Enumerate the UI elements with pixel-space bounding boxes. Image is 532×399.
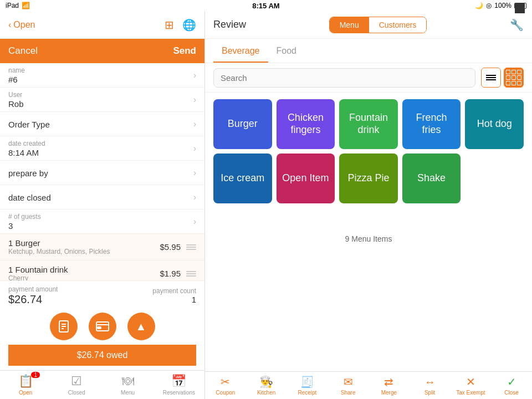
open-tab-badge: 1 [31,372,40,378]
coupon-icon: ✂ [221,375,230,388]
tab-open[interactable]: 📋 Open 1 [0,371,51,399]
closed-tab-icon: ☑ [71,374,82,388]
date-created-field: date created 8:14 AM [8,140,45,157]
user-label: User [8,91,24,99]
tab-food[interactable]: Food [268,40,305,63]
name-chevron-icon: › [193,70,196,80]
guests-value: 3 [8,221,41,231]
order-item[interactable]: 1 Burger Ketchup, Mustard, Onions, Pickl… [0,234,204,260]
tab-reservations[interactable]: 📅 Reservations [154,371,204,399]
action-bar: Cancel Send [0,39,204,63]
status-bar: iPad 📶 8:15 AM 🌙 ◎ 100% [0,0,532,11]
guests-label: # of guests [8,213,41,221]
guests-chevron-icon: › [193,217,196,227]
order-type-label: Order Type [8,120,50,129]
payment-count-value: 1 [152,295,196,304]
search-input[interactable] [213,68,475,88]
menu-item-shake[interactable]: Shake [402,154,461,203]
search-bar [205,63,532,93]
menu-grid: Burger Chicken fingers Fountain drink Fr… [205,93,532,232]
rtab-receipt[interactable]: 🧾 Receipt [287,372,328,399]
date-closed-chevron-icon: › [193,192,196,202]
tab-closed[interactable]: ☑ Closed [51,371,102,399]
rtab-coupon[interactable]: ✂ Coupon [205,372,246,399]
name-row[interactable]: name #6 › [0,63,204,88]
order-item-1[interactable]: 1 Fountain drink Cherry $1.95 [0,260,204,280]
receipt-button[interactable] [50,313,78,340]
menu-toggle-button[interactable]: Menu [330,17,369,33]
menu-item-open-item[interactable]: Open Item [277,154,335,203]
payment-amount-col: payment amount $26.74 [8,285,58,306]
kitchen-label: Kitchen [257,390,275,396]
grid-icon[interactable]: ⊞ [165,18,174,32]
menu-item-french-fries[interactable]: French fries [402,99,461,149]
menu-item-burger[interactable]: Burger [213,99,272,149]
rtab-split[interactable]: ↔ Split [410,372,451,399]
menu-item-fountain-drink[interactable]: Fountain drink [339,99,398,149]
up-arrow-icon: ▲ [136,320,147,333]
drag-handle-0[interactable] [186,244,196,250]
status-time: 8:15 AM [252,2,279,10]
rtab-merge[interactable]: ⇄ Merge [369,372,410,399]
right-panel: Review Menu Customers 🔧 Beverage Food [205,11,532,399]
rtab-share[interactable]: ✉ Share [328,372,369,399]
user-row[interactable]: User Rob › [0,88,204,112]
up-arrow-button[interactable]: ▲ [127,313,155,340]
date-created-row[interactable]: date created 8:14 AM › [0,136,204,161]
payment-footer: payment amount $26.74 payment count 1 ▲ [0,280,204,370]
wrench-icon[interactable]: 🔧 [510,18,524,32]
receipt-icon: 🧾 [300,375,314,388]
tab-beverage[interactable]: Beverage [213,40,268,63]
rtab-kitchen[interactable]: 👨‍🍳 Kitchen [246,372,287,399]
card-button[interactable] [89,313,116,340]
split-label: Split [424,390,435,396]
nav-icons: ⊞ 🌐 [165,18,196,32]
rtab-tax-exempt[interactable]: ✕ Tax Exempt [451,372,492,399]
menu-item-hot-dog[interactable]: Hot dog [465,99,524,149]
customers-toggle-button[interactable]: Customers [369,17,427,33]
moon-icon: 🌙 [475,2,483,9]
left-panel: ‹ Open ⊞ 🌐 Cancel Send name #6 › User [0,11,205,399]
list-view-button[interactable] [481,68,501,88]
payment-amount-value: $26.74 [8,293,58,306]
review-title: Review [213,19,246,30]
close-check-icon: ✓ [507,375,516,388]
prepare-by-label: prepare by [8,168,48,178]
prepare-by-row[interactable]: prepare by › [0,161,204,185]
send-button[interactable]: Send [173,45,196,57]
menu-customers-toggle: Menu Customers [329,17,427,33]
name-value: #6 [8,75,25,84]
list-view-icon [486,75,496,80]
order-item-desc-0: Ketchup, Mustard, Onions, Pickles [8,248,160,255]
payment-count-col: payment count 1 [152,287,196,304]
menu-item-pizza-pie[interactable]: Pizza Pie [339,154,398,203]
order-items-list: 1 Burger Ketchup, Mustard, Onions, Pickl… [0,234,204,280]
drag-handle-1[interactable] [186,271,196,277]
left-nav: ‹ Open ⊞ 🌐 [0,11,204,39]
menu-item-chicken-fingers[interactable]: Chicken fingers [277,99,335,149]
date-created-chevron-icon: › [193,144,196,154]
user-chevron-icon: › [193,95,196,105]
name-label: name [8,66,25,74]
share-label: Share [341,390,356,396]
main-layout: ‹ Open ⊞ 🌐 Cancel Send name #6 › User [0,11,532,399]
guests-row[interactable]: # of guests 3 › [0,209,204,234]
date-closed-label: date closed [8,193,51,202]
globe-icon[interactable]: 🌐 [182,18,196,32]
right-nav: Review Menu Customers 🔧 [205,11,532,39]
tab-menu[interactable]: 🍽 Menu [103,371,154,399]
menu-tab-label: Menu [121,390,135,396]
rtab-close[interactable]: ✓ Close [491,372,532,399]
owed-bar[interactable]: $26.74 owed [8,345,196,366]
back-button[interactable]: ‹ Open [8,20,35,30]
cancel-button[interactable]: Cancel [8,45,38,57]
battery-percent: 100% [494,2,511,9]
guests-field: # of guests 3 [8,213,41,231]
grid-view-button[interactable] [504,68,524,88]
menu-item-ice-cream[interactable]: Ice cream [213,154,272,203]
back-chevron-icon: ‹ [8,20,11,30]
reservations-tab-label: Reservations [163,390,195,396]
date-closed-row[interactable]: date closed › [0,185,204,209]
order-type-row[interactable]: Order Type › [0,112,204,136]
payment-row: payment amount $26.74 payment count 1 [8,285,196,306]
